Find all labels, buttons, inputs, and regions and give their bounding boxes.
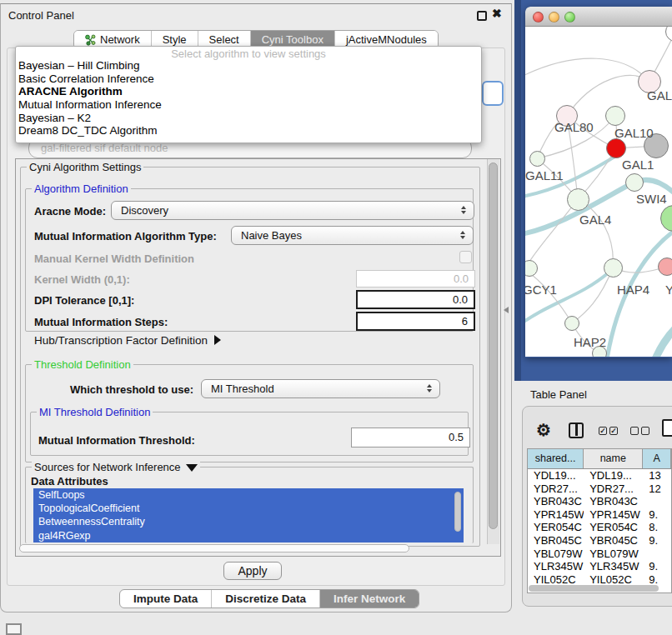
- attribute-item[interactable]: SelfLoops: [33, 488, 464, 502]
- tab-infer-network-label: Infer Network: [333, 592, 405, 605]
- sources-title-text: Sources for Network Inference: [34, 461, 181, 473]
- network-canvas[interactable]: GAL GAL80 GAL10 GAL1 GAL11 SWI4 GAL4 GCY…: [525, 27, 672, 357]
- cell: 12: [643, 482, 671, 496]
- dropdown-item[interactable]: Dream8 DC_TDC Algorithm: [16, 124, 481, 138]
- table-row[interactable]: YDL19...YDL19...13: [528, 469, 671, 482]
- network-node-hap4[interactable]: [604, 258, 623, 278]
- kernel-width-label: Kernel Width (0,1):: [34, 273, 130, 286]
- table-row[interactable]: YPR145WYPR145W9.: [528, 508, 671, 522]
- spinner-arrows-icon: [460, 231, 465, 239]
- document-icon[interactable]: [662, 419, 672, 437]
- attribute-item[interactable]: BetweennessCentrality: [33, 515, 464, 528]
- spinner-arrows-icon: [427, 384, 432, 392]
- close-traffic-light-icon[interactable]: [533, 12, 544, 22]
- expanded-arrow-icon: [186, 464, 198, 472]
- table-row[interactable]: YDR27...YDR27...12: [528, 482, 671, 496]
- which-threshold-combo[interactable]: MI Threshold: [201, 379, 440, 398]
- columns-icon[interactable]: [569, 422, 584, 438]
- tab-jactivemnodules-label: jActiveMNodules: [346, 33, 427, 46]
- network-node-hap2[interactable]: [564, 316, 579, 331]
- attribute-item[interactable]: TopologicalCoefficient: [33, 502, 464, 515]
- panel-sash-arrow-icon[interactable]: [504, 307, 509, 313]
- network-window: GAL GAL80 GAL10 GAL1 GAL11 SWI4 GAL4 GCY…: [525, 7, 672, 358]
- unchecked-checkbox-icon[interactable]: [641, 427, 649, 435]
- cell: YIL052C: [528, 573, 584, 587]
- cell: YBR045C: [584, 534, 643, 548]
- cell: YBL079W: [584, 548, 643, 561]
- dropdown-item[interactable]: Mutual Information Inference: [16, 98, 481, 112]
- cell: 9.: [643, 534, 671, 548]
- attribute-item[interactable]: gal4RGexp: [33, 529, 464, 542]
- dropdown-item[interactable]: Bayesian – Hill Climbing: [16, 59, 481, 72]
- node-label: GAL1: [622, 158, 654, 172]
- node-label: GAL4: [579, 212, 611, 227]
- mi-threshold-field[interactable]: 0.5: [351, 428, 470, 448]
- cell: YBL079W: [528, 548, 584, 561]
- tab-infer-network[interactable]: Infer Network: [320, 590, 419, 608]
- unchecked-checkbox-icon[interactable]: [630, 427, 639, 435]
- gear-icon[interactable]: ⚙: [536, 420, 551, 440]
- dropdown-item[interactable]: Basic Correlation Inference: [16, 72, 481, 86]
- checked-checkbox-icon[interactable]: ✓: [599, 427, 607, 435]
- table-row[interactable]: YIL052CYIL052C9.: [528, 573, 671, 587]
- dropdown-item-selected[interactable]: ARACNE Algorithm: [16, 85, 481, 98]
- network-node[interactable]: [658, 258, 672, 276]
- table-panel-title: Table Panel: [530, 388, 587, 401]
- cell: 8.: [643, 521, 671, 534]
- mi-type-combo[interactable]: Naive Bayes: [231, 226, 474, 245]
- cell: YER054C: [528, 521, 584, 534]
- network-node-red[interactable]: [606, 138, 626, 158]
- cell: YLR345W: [528, 560, 584, 573]
- table-row[interactable]: YBR043CYBR043C: [528, 495, 671, 508]
- cell: YDR27...: [584, 482, 643, 496]
- cell: YDL19...: [528, 469, 584, 482]
- bottom-tab-bar: Impute Data Discretize Data Infer Networ…: [119, 589, 419, 608]
- zoom-traffic-light-icon[interactable]: [564, 12, 575, 22]
- cell: [643, 548, 671, 561]
- float-window-icon[interactable]: [477, 11, 487, 21]
- tab-discretize-data-label: Discretize Data: [225, 592, 306, 605]
- table-row[interactable]: YER054CYER054C8.: [528, 521, 671, 534]
- network-node-gal10[interactable]: [605, 106, 625, 126]
- checked-checkbox-icon[interactable]: ✓: [609, 427, 618, 435]
- aracne-mode-combo[interactable]: Discovery: [111, 201, 474, 220]
- cell: YIL052C: [584, 573, 643, 587]
- network-node-gal4[interactable]: [567, 188, 589, 211]
- column-header-partial[interactable]: A: [643, 449, 671, 468]
- settings-scrollbar-thumb[interactable]: [489, 162, 498, 529]
- table-row[interactable]: YBL079WYBL079W: [528, 548, 671, 561]
- manual-kernel-checkbox[interactable]: [459, 251, 472, 263]
- minimize-traffic-light-icon[interactable]: [549, 12, 559, 22]
- attributes-scrollbar-thumb[interactable]: [454, 492, 461, 532]
- panel-title: Control Panel: [8, 9, 74, 22]
- cell: YLR345W: [584, 560, 643, 573]
- network-node-swi4[interactable]: [625, 173, 644, 192]
- cell: 9.: [643, 560, 671, 573]
- column-header-shared-name[interactable]: shared...: [528, 449, 584, 468]
- column-header-name[interactable]: name: [584, 449, 643, 468]
- mi-type-label: Mutual Information Algorithm Type:: [34, 230, 217, 242]
- tab-impute-data-label: Impute Data: [133, 592, 198, 605]
- threshold-definition-title: Threshold Definition: [32, 358, 133, 371]
- table-row[interactable]: YLR345WYLR345W9.: [528, 560, 671, 573]
- settings-group-title: Cyni Algorithm Settings: [27, 161, 143, 173]
- settings-horizontal-scrollbar[interactable]: [19, 544, 409, 552]
- table-row[interactable]: YBR045CYBR045C9.: [528, 534, 671, 548]
- network-node-gal11[interactable]: [529, 151, 545, 167]
- dropdown-item[interactable]: Bayesian – K2: [16, 112, 481, 125]
- hub-section-toggle[interactable]: Hub/Transcription Factor Definition: [34, 334, 221, 347]
- network-icon: [85, 34, 96, 46]
- table-horizontal-scrollbar[interactable]: [529, 585, 659, 592]
- tab-discretize-data[interactable]: Discretize Data: [212, 590, 320, 608]
- cell: YDR27...: [528, 482, 584, 496]
- cell: 9.: [643, 508, 671, 522]
- dpi-tolerance-field[interactable]: 0.0: [356, 290, 475, 309]
- apply-button[interactable]: Apply: [223, 562, 282, 580]
- algorithm-combo-fragment[interactable]: [482, 81, 504, 106]
- close-icon[interactable]: ✖: [492, 7, 502, 20]
- network-window-titlebar[interactable]: [525, 7, 672, 27]
- tab-impute-data[interactable]: Impute Data: [120, 590, 212, 608]
- minimized-window-icon[interactable]: [6, 623, 22, 635]
- mi-steps-field[interactable]: 6: [356, 312, 475, 331]
- kernel-width-field[interactable]: 0.0: [356, 270, 475, 288]
